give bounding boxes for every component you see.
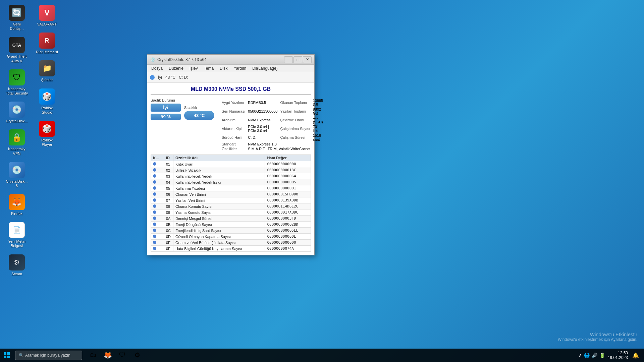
smart-table-row: 02 Birleşik Sıcaklık 000000000013C: [151, 167, 311, 173]
detail-row-serial: Seri Numarası 0500G211300600 Yazılan Top…: [220, 107, 324, 116]
desktop-icon-firefox[interactable]: 🦊 Firefox: [3, 193, 30, 217]
svg-rect-1: [7, 352, 10, 355]
desktop-icon-valorant[interactable]: V VALORANT: [34, 3, 60, 28]
smart-table-row: 0C Enerjilendirilmiş Saat Sayısı 0000000…: [151, 228, 311, 234]
row-raw-value: 000000000000E: [265, 234, 311, 240]
watermark-line1: Windows'u Etkinleştir: [558, 331, 637, 337]
desktop-icon-label-gta: Grand Theft Auto V: [5, 54, 29, 63]
taskbar-another-icon[interactable]: ⚙: [130, 349, 145, 362]
smart-table-row: 0B Enerji Döngüsü Sayısı 000000000002BD: [151, 222, 311, 228]
tray-expand-icon[interactable]: ∧: [579, 353, 582, 358]
valorant-icon-img: V: [39, 5, 55, 21]
row-dot-cell: [151, 203, 164, 209]
desktop-icon-kaspersky-vpn[interactable]: 🔒 KasperskyVPN: [3, 128, 30, 157]
row-id: 03: [164, 173, 173, 179]
maximize-button[interactable]: □: [293, 56, 302, 63]
start-button[interactable]: [0, 349, 13, 362]
status-dot: [153, 235, 156, 238]
window-titlebar[interactable]: 💿 CrystalDiskInfo 8.17.13 x64 ─ □ ✕: [147, 55, 314, 65]
search-input[interactable]: [25, 353, 78, 358]
desktop-icon-label-firefox: Firefox: [11, 212, 22, 216]
detail-row-firmware: Aygıt Yazılımı EDFMB0.5 Okunan Toplamı 1…: [220, 98, 324, 107]
row-dot-cell: [151, 240, 164, 246]
menu-dil[interactable]: Dil(Language): [250, 65, 280, 71]
row-dot-cell: [151, 185, 164, 191]
taskbar-unknown-icon[interactable]: 🛡: [115, 349, 130, 362]
detail-val-interface: NVM Express: [247, 116, 279, 124]
menu-disk[interactable]: Disk: [217, 65, 230, 71]
row-id: 0A: [164, 216, 173, 222]
tray-volume-icon[interactable]: 🔊: [592, 353, 597, 358]
taskbar-firefox-icon[interactable]: 🦊: [100, 349, 115, 362]
desktop-icon-label-sifreler: Şifreler: [41, 78, 53, 82]
status-dot: [153, 192, 156, 196]
detail-key-powerons: Çalıştırılma Sayısı: [279, 124, 311, 133]
windows-logo-icon: [4, 352, 10, 358]
status-dot: [153, 162, 156, 166]
smart-table-row: 03 Kullanılabilecek Yedek 0000000000064: [151, 173, 311, 179]
row-id: 01: [164, 161, 173, 167]
desktop-icon-riot[interactable]: R Riot İstemcisi: [34, 31, 60, 56]
desktop-icon-steam[interactable]: ⚙ Steam: [3, 253, 30, 278]
info-drive-text: C: D:: [179, 75, 188, 80]
taskbar-explorer-icon[interactable]: 🗂: [86, 349, 100, 362]
taskbar-right: ∧ 🌐 🔊 🔋 12:50 19.01.2023 🔔: [579, 349, 644, 362]
row-dot-cell: [151, 222, 164, 228]
taskbar-search[interactable]: 🔍: [15, 351, 82, 360]
temp-label: Sıcaklık: [184, 106, 214, 110]
detail-key-read-total: Okunan Toplamı: [279, 98, 311, 107]
detail-key-work-hours: Çalışma Süresi: [279, 133, 311, 142]
desktop-icon-label-kaspersky-vpn: KasperskyVPN: [8, 147, 25, 156]
row-id: 07: [164, 197, 173, 203]
detail-val-serial: 0500G211300600: [247, 107, 279, 116]
row-id: 0B: [164, 222, 173, 228]
menu-tema[interactable]: Tema: [201, 65, 216, 71]
menu-islev[interactable]: İşlev: [187, 65, 201, 71]
tray-battery-icon[interactable]: 🔋: [599, 353, 605, 358]
health-percent-badge: 99 %: [151, 114, 181, 120]
desktop-icon-crystaldisk1[interactable]: 💿 CrystalDisk...: [3, 100, 30, 125]
watermark-line2: Windows'u etkinleştirmek için Ayarlar'a …: [558, 337, 637, 342]
detail-val-read-total: 10995 GB: [312, 98, 325, 107]
row-id: 04: [164, 179, 173, 185]
desktop-icon-geni-donusum[interactable]: 🔄 GeniDönüş...: [3, 3, 30, 32]
desktop-icon-kaspersky-ts[interactable]: 🛡 KasperskyTotal Security: [3, 68, 30, 97]
tray-network-icon[interactable]: 🌐: [584, 353, 590, 358]
desktop-icon-sifreler[interactable]: 📁 Şifreler: [34, 59, 60, 83]
detail-val-rotation: ---- (SSD): [312, 116, 325, 124]
desktop-icon-label-steam: Steam: [11, 272, 22, 276]
desktop-icon-crystaldisk2[interactable]: 💿 CrystalDisk...8: [3, 161, 30, 189]
close-button[interactable]: ✕: [303, 56, 312, 63]
minimize-button[interactable]: ─: [284, 56, 293, 63]
detail-key-transfer: Aktarım Kipi: [220, 124, 247, 133]
desktop-icon-gta[interactable]: GTA Grand Theft Auto V: [3, 36, 30, 64]
smart-table-row: 09 Yazma Komutu Sayısı 0000000D17ABDC: [151, 209, 311, 216]
svg-rect-2: [4, 356, 6, 358]
details-section: Aygıt Yazılımı EDFMB0.5 Okunan Toplamı 1…: [220, 98, 324, 151]
detail-val-powerons: 701 kez: [312, 124, 325, 133]
row-attr-name: Okuma Komutu Sayısı: [173, 203, 265, 209]
smart-table-header-row: K... ID Öznitelik Adı Ham Değer: [151, 155, 311, 161]
smart-table-row: 0F Hata Bilgileri Günlüğü Kayıtlarının S…: [151, 246, 311, 252]
desktop-icon-roblox-player[interactable]: 🎲 RobloxPlayer: [34, 119, 60, 148]
desktop-icon-roblox-studio[interactable]: 🎲 RobloxStudio: [34, 87, 60, 116]
menu-duzenle[interactable]: Düzenle: [166, 65, 186, 71]
kaspersky-vpn-icon: 🔒: [9, 129, 25, 145]
notification-center-button[interactable]: 🔔: [631, 349, 641, 362]
row-attr-name: Okunan Veri Birimi: [173, 191, 265, 197]
col-header-id: ID: [164, 155, 173, 161]
status-dot: [153, 210, 156, 214]
row-dot-cell: [151, 197, 164, 203]
menu-dosya[interactable]: Dosya: [149, 65, 165, 71]
window-title-text: CrystalDiskInfo 8.17.13 x64: [157, 57, 284, 62]
menu-yardim[interactable]: Yardım: [231, 65, 249, 71]
desktop-icon-label-notepad: Yeni MetinBelgesi: [8, 239, 25, 248]
col-header-dot: K...: [151, 155, 164, 161]
clock-date: 19.01.2023: [608, 355, 628, 360]
detail-val-work-hours: 1518 saat: [312, 133, 325, 142]
system-clock[interactable]: 12:50 19.01.2023: [608, 351, 628, 360]
row-id: 05: [164, 185, 173, 191]
status-dot: [153, 186, 156, 190]
status-dot: [153, 198, 156, 202]
desktop-icon-yeni-metin[interactable]: 📄 Yeni MetinBelgesi: [3, 221, 30, 249]
